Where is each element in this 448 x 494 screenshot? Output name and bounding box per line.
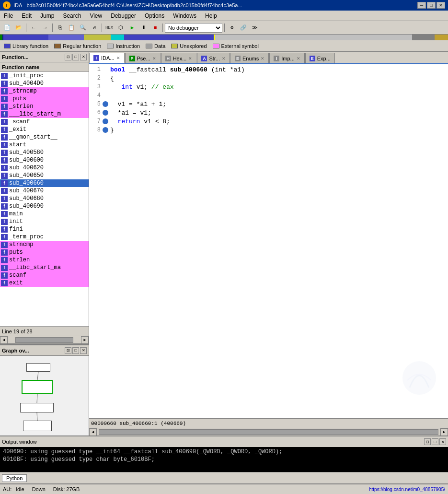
graph-panel-buttons[interactable]: ⊡ □ ✕: [65, 347, 87, 354]
tab-pse-close[interactable]: ✕: [152, 56, 156, 61]
function-list-item[interactable]: f_puts: [0, 95, 89, 103]
tab-ida[interactable]: I IDA... ✕: [89, 53, 125, 63]
output-float-button[interactable]: □: [432, 438, 438, 445]
function-list-item[interactable]: fmain: [0, 210, 89, 218]
status-link[interactable]: https://blog.csdn.net/m0_48857905/: [369, 487, 445, 492]
graph-content[interactable]: [0, 356, 89, 435]
panel-float-button[interactable]: □: [72, 54, 79, 60]
debugger-select[interactable]: No debugger: [165, 23, 222, 33]
refresh-button[interactable]: ↺: [89, 23, 100, 33]
forward-button[interactable]: →: [40, 23, 50, 33]
graph-node-1[interactable]: [26, 363, 50, 372]
graph-node-4[interactable]: [23, 421, 52, 431]
tab-exp[interactable]: E Exp...: [305, 53, 335, 63]
tab-hex-close[interactable]: ✕: [188, 56, 192, 61]
tab-pse[interactable]: P Pse... ✕: [125, 53, 161, 63]
minimize-button[interactable]: ─: [417, 2, 426, 9]
menu-options[interactable]: Options: [143, 12, 166, 20]
menu-file[interactable]: File: [2, 12, 15, 20]
panel-close-button[interactable]: ✕: [80, 54, 87, 60]
code-area[interactable]: 1 bool __fastcall sub_400660 (int *a1) 2…: [89, 64, 448, 418]
hscroll-right[interactable]: ▶: [81, 336, 89, 344]
function-list-item[interactable]: f__libc_start_ma: [0, 264, 89, 271]
attach-button[interactable]: 🔗: [238, 23, 249, 33]
paste-button[interactable]: 📋: [66, 23, 77, 33]
tab-ida-close[interactable]: ✕: [116, 56, 120, 60]
function-list-item[interactable]: f_strlen: [0, 103, 89, 110]
function-list-item[interactable]: fsub_400620: [0, 164, 89, 172]
output-undock-button[interactable]: ⊡: [424, 438, 431, 445]
new-button[interactable]: 📄: [2, 23, 12, 33]
function-list-item[interactable]: finit: [0, 218, 89, 225]
pause-button[interactable]: ⏸: [138, 23, 149, 33]
function-list-item[interactable]: f__gmon_start__: [0, 133, 89, 141]
function-list-item[interactable]: fsub_400580: [0, 149, 89, 156]
function-list-item[interactable]: fstrncmp: [0, 241, 89, 248]
menu-jump[interactable]: Jump: [38, 12, 56, 20]
hscroll-thumb[interactable]: [15, 337, 73, 343]
tab-enums[interactable]: E Enums ✕: [230, 53, 269, 63]
menu-debugger[interactable]: Debugger: [109, 12, 138, 20]
function-list-item[interactable]: fputs: [0, 248, 89, 256]
graph-node-3[interactable]: [20, 403, 54, 412]
function-list-item[interactable]: f_strncmp: [0, 87, 89, 95]
menu-view[interactable]: View: [88, 12, 104, 20]
back-button[interactable]: ←: [28, 23, 39, 33]
stop-button[interactable]: ■: [150, 23, 161, 33]
function-list-item[interactable]: f___libc_start_m: [0, 110, 89, 118]
function-list-item[interactable]: f_term_proc: [0, 233, 89, 241]
menu-edit[interactable]: Edit: [20, 12, 34, 20]
close-button[interactable]: ✕: [437, 2, 445, 9]
title-controls[interactable]: ─ □ ✕: [417, 2, 445, 9]
function-list-item[interactable]: fsub_400690: [0, 202, 89, 210]
code-hscroll-right[interactable]: ▶: [440, 428, 448, 436]
function-list-item[interactable]: f_scanf: [0, 118, 89, 126]
code-hscroll-thumb[interactable]: [99, 429, 438, 435]
run-button[interactable]: ▶: [127, 23, 138, 33]
function-list-item[interactable]: fstart: [0, 141, 89, 149]
function-list-item[interactable]: fsub_400670: [0, 187, 89, 195]
output-close-button[interactable]: ✕: [439, 438, 446, 445]
hex-button[interactable]: HEX: [104, 23, 115, 33]
function-list-item[interactable]: fexit: [0, 279, 89, 287]
function-list-item[interactable]: fsub_400600: [0, 156, 89, 164]
tab-str-close[interactable]: ✕: [222, 56, 226, 61]
graph-close-button[interactable]: ✕: [80, 347, 87, 354]
function-hscroll[interactable]: ◀ ▶: [0, 336, 89, 343]
function-list-item[interactable]: fsub_4004D0: [0, 80, 89, 87]
tab-hex[interactable]: H Hex... ✕: [161, 53, 197, 63]
function-list-item[interactable]: fsub_400680: [0, 195, 89, 202]
panel-buttons[interactable]: ⊡ □ ✕: [65, 54, 87, 60]
menu-help[interactable]: Help: [203, 12, 219, 20]
copy-button[interactable]: ⎘: [55, 23, 65, 33]
maximize-button[interactable]: □: [427, 2, 436, 9]
menu-windows[interactable]: Windows: [171, 12, 198, 20]
graph-float-button[interactable]: □: [72, 347, 79, 354]
graph-button[interactable]: ⬡: [115, 23, 126, 33]
code-hscroll[interactable]: ◀ ▶: [89, 428, 448, 435]
graph-undock-button[interactable]: ⊡: [65, 347, 71, 354]
python-tab[interactable]: Python: [2, 474, 27, 482]
tab-imp[interactable]: I Imp... ✕: [269, 53, 305, 63]
open-button[interactable]: 📂: [13, 23, 24, 33]
function-list-item[interactable]: f_exit: [0, 126, 89, 133]
function-list-item[interactable]: fstrlen: [0, 256, 89, 264]
output-panel-buttons[interactable]: ⊡ □ ✕: [424, 438, 446, 445]
function-list-item[interactable]: f_init_proc: [0, 72, 89, 80]
function-list-item[interactable]: fsub_400660: [0, 179, 89, 187]
function-list-item[interactable]: ffini: [0, 225, 89, 233]
hscroll-left[interactable]: ◀: [0, 336, 8, 344]
menu-search[interactable]: Search: [61, 12, 83, 20]
extra-button[interactable]: ≫: [250, 23, 260, 33]
tab-imp-close[interactable]: ✕: [297, 56, 300, 61]
function-list[interactable]: f_init_procfsub_4004D0f_strncmpf_putsf_s…: [0, 72, 89, 326]
code-hscroll-left[interactable]: ◀: [89, 428, 97, 436]
graph-node-2[interactable]: [22, 380, 53, 394]
tab-str[interactable]: A Str... ✕: [197, 53, 230, 63]
tab-enums-close[interactable]: ✕: [261, 56, 264, 61]
function-list-item[interactable]: fsub_400650: [0, 172, 89, 179]
function-list-item[interactable]: fscanf: [0, 271, 89, 279]
search-button[interactable]: 🔍: [78, 23, 88, 33]
settings-button[interactable]: ⚙: [227, 23, 237, 33]
panel-undock-button[interactable]: ⊡: [65, 54, 71, 60]
